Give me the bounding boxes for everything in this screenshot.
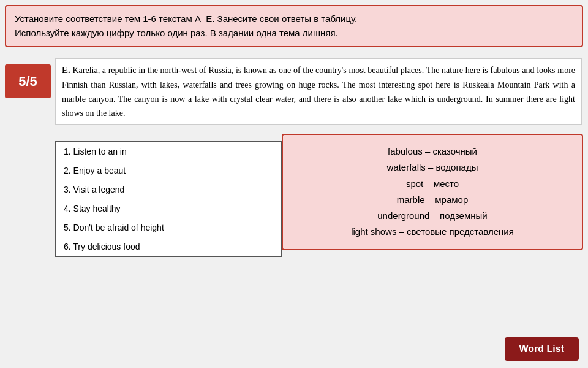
passage-letter: E. bbox=[62, 65, 70, 75]
word-list-line: marble – мрамор bbox=[294, 192, 571, 208]
word-list-line: underground – подземный bbox=[294, 208, 571, 224]
instruction-box: Установите соответствие тем 1-6 текстам … bbox=[5, 5, 583, 47]
topic-item-5: 5. Don't be afraid of height bbox=[56, 218, 281, 237]
word-list-line: fabulous – сказочный bbox=[294, 144, 571, 159]
topic-item-1: 1. Listen to an in bbox=[56, 142, 281, 161]
passage-body: Karelia, a republic in the north-west of… bbox=[62, 66, 575, 118]
topic-item-3: 3. Visit a legend bbox=[56, 180, 281, 199]
word-list-popup: fabulous – сказочныйwaterfalls – водопад… bbox=[282, 134, 583, 250]
word-list-line: spot – место bbox=[294, 176, 571, 192]
word-list-button[interactable]: Word List bbox=[505, 337, 579, 361]
topics-list: 1. Listen to an in2. Enjoy a beaut3. Vis… bbox=[55, 141, 282, 257]
topic-item-4: 4. Stay healthy bbox=[56, 199, 281, 218]
instruction-line2: Используйте каждую цифру только один раз… bbox=[15, 26, 573, 40]
word-list-line: light shows – световые представления bbox=[294, 224, 571, 240]
instruction-line1: Установите соответствие тем 1-6 текстам … bbox=[15, 12, 573, 26]
topic-item-6: 6. Try delicious food bbox=[56, 237, 281, 256]
score-badge: 5/5 bbox=[5, 64, 51, 98]
word-list-line: waterfalls – водопады bbox=[294, 159, 571, 175]
topic-item-2: 2. Enjoy a beaut bbox=[56, 161, 281, 180]
passage-text: E. Karelia, a republic in the north-west… bbox=[55, 58, 582, 125]
